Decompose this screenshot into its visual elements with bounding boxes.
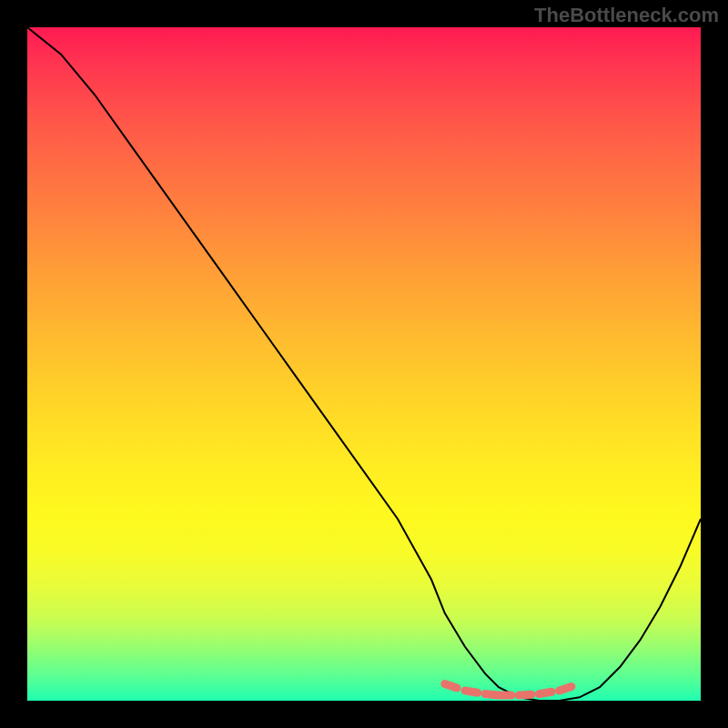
- plot-area: [27, 27, 701, 701]
- svg-line-6: [560, 684, 580, 691]
- optimal-range-marker: [445, 684, 580, 696]
- chart-svg: [27, 27, 701, 701]
- bottleneck-curve: [27, 27, 701, 701]
- watermark-text: TheBottleneck.com: [534, 4, 719, 27]
